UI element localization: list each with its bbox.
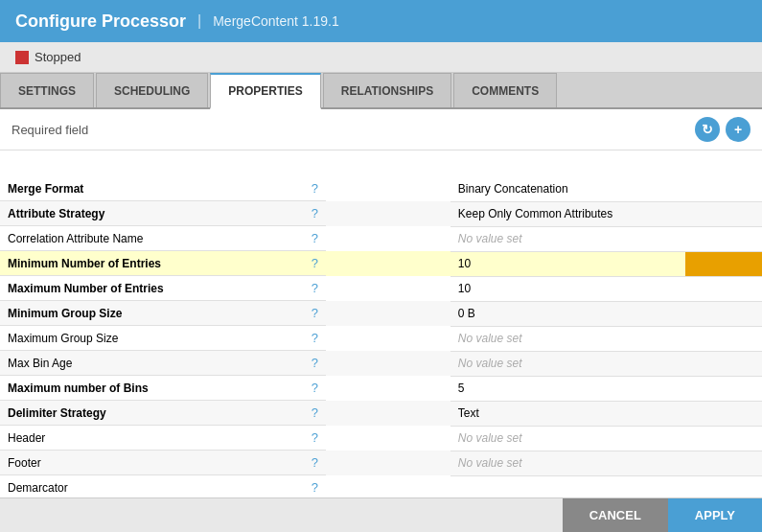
property-value: No value set [450, 451, 685, 475]
status-indicator [15, 51, 29, 64]
table-body: Merge Format?Binary ConcatenationAttribu… [0, 176, 762, 500]
footer: CANCEL APPLY [0, 497, 762, 532]
header-separator: | [197, 12, 201, 30]
table-row[interactable]: Delimiter Strategy?Text [0, 401, 762, 426]
property-name: Delimiter Strategy [8, 406, 106, 420]
prop-name-cell: Max Bin Age? [0, 351, 326, 376]
property-name: Minimum Group Size [8, 307, 122, 320]
tab-properties[interactable]: PROPERTIES [210, 73, 320, 109]
property-action [685, 451, 762, 475]
property-action [685, 426, 762, 451]
table-row[interactable]: Minimum Group Size?0 B [0, 301, 762, 326]
prop-name-cell: Merge Format? [0, 176, 326, 201]
property-name: Maximum Number of Entries [8, 282, 164, 295]
cancel-button[interactable]: CANCEL [563, 498, 668, 532]
table-row[interactable]: Minimum Number of Entries?10 [0, 251, 762, 276]
column-property: Property [0, 150, 450, 176]
table-row[interactable]: Maximum Group Size?No value set [0, 326, 762, 351]
table-row[interactable]: Header?No value set [0, 426, 762, 451]
help-icon[interactable]: ? [312, 331, 318, 345]
property-value: No value set [450, 326, 685, 351]
property-name: Correlation Attribute Name [8, 232, 143, 245]
prop-name-cell: Header? [0, 426, 326, 451]
property-action [685, 401, 762, 426]
property-value: 10 [450, 276, 685, 301]
tab-relationships[interactable]: RELATIONSHIPS [323, 73, 451, 107]
property-name: Max Bin Age [8, 357, 72, 370]
tab-scheduling[interactable]: SCHEDULING [96, 73, 208, 107]
prop-name-cell: Attribute Strategy? [0, 201, 326, 226]
table-row[interactable]: Correlation Attribute Name?No value set [0, 226, 762, 251]
property-action [685, 226, 762, 251]
required-bar: Required field ↻ + [0, 109, 762, 150]
property-value: Text [450, 401, 685, 426]
property-name: Demarcator [8, 481, 68, 495]
column-value: Value [450, 150, 685, 176]
property-action [685, 351, 762, 376]
prop-name-cell: Minimum Group Size? [0, 301, 326, 326]
property-action [685, 176, 762, 201]
prop-name-cell: Footer? [0, 451, 326, 475]
property-action [685, 326, 762, 351]
help-icon[interactable]: ? [312, 206, 318, 220]
tab-settings[interactable]: SETTINGS [0, 73, 94, 107]
page-title: Configure Processor [15, 12, 186, 32]
status-bar: Stopped [0, 42, 762, 73]
properties-table: Property Value Merge Format?Binary Conca… [0, 150, 762, 501]
column-action [685, 150, 762, 176]
tab-comments[interactable]: COMMENTS [453, 73, 557, 107]
table-row[interactable]: Maximum Number of Entries?10 [0, 276, 762, 301]
property-name: Header [8, 431, 45, 445]
property-value: 0 B [450, 301, 685, 326]
add-property-button[interactable]: + [726, 117, 750, 142]
property-value: No value set [450, 426, 685, 451]
help-icon[interactable]: ? [312, 256, 318, 270]
help-icon[interactable]: ? [312, 306, 318, 320]
prop-name-cell: Minimum Number of Entries? [0, 251, 326, 276]
property-name: Footer [8, 456, 41, 470]
header-subtitle: MergeContent 1.19.1 [213, 13, 339, 29]
prop-name-cell: Correlation Attribute Name? [0, 226, 326, 251]
required-field-label: Required field [12, 123, 88, 137]
property-value: No value set [450, 226, 685, 251]
property-name: Maximum Group Size [8, 332, 118, 345]
table-row[interactable]: Attribute Strategy?Keep Only Common Attr… [0, 201, 762, 226]
help-icon[interactable]: ? [312, 480, 318, 495]
help-icon[interactable]: ? [312, 455, 318, 470]
property-action [685, 376, 762, 401]
properties-content: Required field ↻ + Property Value Merge … [0, 109, 762, 501]
header: Configure Processor | MergeContent 1.19.… [0, 0, 762, 42]
property-name: Maximum number of Bins [8, 382, 149, 395]
table-row[interactable]: Maximum number of Bins?5 [0, 376, 762, 401]
table-row[interactable]: Footer?No value set [0, 451, 762, 475]
help-icon[interactable]: ? [312, 430, 318, 445]
help-icon[interactable]: ? [312, 281, 318, 295]
property-value: 10 [450, 251, 685, 276]
table-header: Property Value [0, 150, 762, 176]
table-row[interactable]: Merge Format?Binary Concatenation [0, 176, 762, 201]
property-action [685, 301, 762, 326]
action-icons: ↻ + [695, 117, 750, 142]
apply-button[interactable]: APPLY [668, 498, 762, 532]
help-icon[interactable]: ? [312, 231, 318, 245]
property-name: Minimum Number of Entries [8, 257, 161, 270]
status-text: Stopped [35, 50, 81, 64]
refresh-button[interactable]: ↻ [695, 117, 720, 142]
help-icon[interactable]: ? [312, 405, 318, 420]
property-action [685, 276, 762, 301]
table-row[interactable]: Max Bin Age?No value set [0, 351, 762, 376]
prop-name-cell: Maximum Number of Entries? [0, 276, 326, 301]
help-icon[interactable]: ? [312, 181, 318, 196]
property-value: 5 [450, 376, 685, 401]
help-icon[interactable]: ? [312, 381, 318, 395]
prop-name-cell: Maximum number of Bins? [0, 376, 326, 401]
main-content: SETTINGS SCHEDULING PROPERTIES RELATIONS… [0, 73, 762, 532]
property-name: Attribute Strategy [8, 207, 104, 220]
help-icon[interactable]: ? [312, 356, 318, 370]
property-value: No value set [450, 351, 685, 376]
property-value: Binary Concatenation [450, 176, 685, 201]
property-action [685, 251, 762, 276]
property-name: Merge Format [8, 182, 83, 196]
prop-name-cell: Maximum Group Size? [0, 326, 326, 351]
property-value: Keep Only Common Attributes [450, 201, 685, 226]
